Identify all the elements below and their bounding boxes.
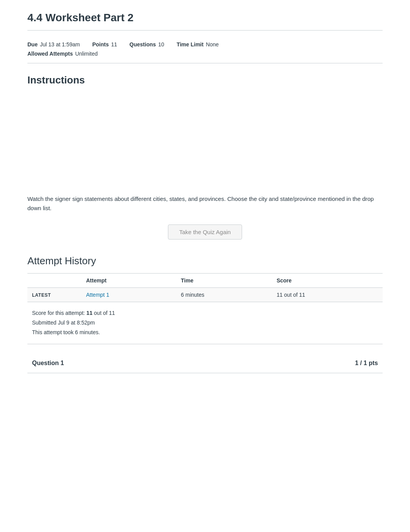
quiz-title: 4.4 Worksheet Part 2 <box>27 12 383 31</box>
col-header-attempt: Attempt <box>81 274 176 288</box>
instructions-section: Instructions Watch the signer sign state… <box>27 74 383 213</box>
score-number: 11 <box>86 310 93 316</box>
attempt-time: 6 minutes <box>176 288 272 302</box>
score-prefix: Score for this attempt: <box>32 310 86 316</box>
attempt-score: 11 out of 11 <box>272 288 383 302</box>
time-limit-label: Time Limit <box>176 41 203 48</box>
take-quiz-container: Take the Quiz Again <box>27 224 383 240</box>
instructions-body: Watch the signer sign statements about d… <box>27 194 383 213</box>
due-value: Jul 13 at 1:59am <box>40 41 80 48</box>
question-title: Question 1 <box>32 360 64 367</box>
score-suffix: out of 11 <box>92 310 115 316</box>
allowed-attempts-label: Allowed Attempts <box>27 51 73 57</box>
time-limit-value: None <box>206 41 219 48</box>
table-header-row: Attempt Time Score <box>27 274 383 288</box>
question-header: Question 1 1 / 1 pts <box>27 354 383 373</box>
table-row: LATEST Attempt 1 6 minutes 11 out of 11 <box>27 288 383 302</box>
allowed-attempts-value: Unlimited <box>75 51 98 57</box>
attempt-table: Attempt Time Score LATEST Attempt 1 6 mi… <box>27 273 383 302</box>
submitted-line: Submitted Jul 9 at 8:52pm <box>32 318 378 328</box>
due-label: Due <box>27 41 37 48</box>
attempt-link[interactable]: Attempt 1 <box>86 292 109 298</box>
quiz-meta: Due Jul 13 at 1:59am Points 11 Questions… <box>27 37 383 63</box>
attempt-link-cell[interactable]: Attempt 1 <box>81 288 176 302</box>
points-value: 11 <box>111 41 117 48</box>
duration-line: This attempt took 6 minutes. <box>32 328 378 337</box>
attempt-history-section: Attempt History Attempt Time Score LATES… <box>27 255 383 344</box>
score-line: Score for this attempt: 11 out of 11 <box>32 308 378 318</box>
col-header-empty <box>27 274 81 288</box>
col-header-score: Score <box>272 274 383 288</box>
col-header-time: Time <box>176 274 272 288</box>
instructions-title: Instructions <box>27 74 383 86</box>
score-summary: Score for this attempt: 11 out of 11 Sub… <box>27 302 383 344</box>
latest-badge: LATEST <box>27 288 81 302</box>
question-pts: 1 / 1 pts <box>355 360 378 367</box>
questions-value: 10 <box>158 41 164 48</box>
questions-label: Questions <box>129 41 156 48</box>
take-quiz-button[interactable]: Take the Quiz Again <box>168 224 242 240</box>
points-label: Points <box>92 41 109 48</box>
attempt-history-title: Attempt History <box>27 255 383 267</box>
